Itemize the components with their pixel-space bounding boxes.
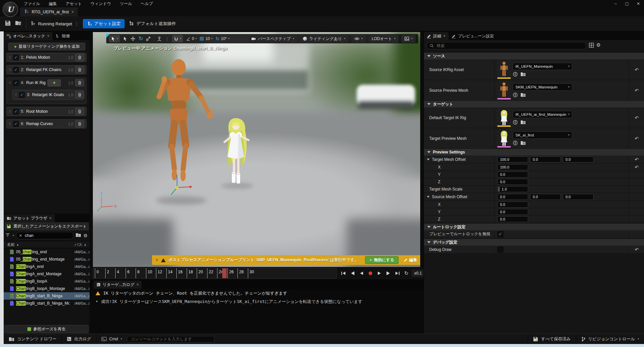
z-value-field[interactable]: 0.0 bbox=[497, 179, 528, 185]
target-mesh-dropdown[interactable]: SK_ai_first ▾ bbox=[513, 131, 572, 139]
offset-x-field[interactable]: 100.0 bbox=[497, 156, 528, 162]
rotate-tool-icon[interactable]: ↻ bbox=[139, 36, 143, 41]
column-name[interactable]: 名前 bbox=[4, 242, 15, 247]
slider-grip[interactable] bbox=[498, 187, 500, 192]
angle-snap-control[interactable]: 0▾ bbox=[186, 36, 197, 41]
play-reference-pose-button[interactable]: 参照ポーズを再生 bbox=[4, 325, 89, 333]
tab-details[interactable]: 詳細 × bbox=[424, 32, 449, 40]
reset-property-button[interactable]: ↶ bbox=[629, 163, 644, 170]
asset-row[interactable]: 05_chanting_end /All/Ga...nim/05_ bbox=[4, 248, 90, 256]
browse-asset-icon[interactable] bbox=[520, 72, 526, 76]
transform-gizmo[interactable] bbox=[167, 172, 194, 199]
y-value-field[interactable]: 0.0 bbox=[497, 171, 528, 178]
op-row-retarget-ik-goals[interactable]: ⠿ ✓ 3: Retarget IK Goals 1.0 bbox=[12, 90, 84, 100]
asset-browser-tab-close-icon[interactable]: × bbox=[49, 216, 52, 221]
default-chain-ops-button[interactable]: デフォルト追加操作 bbox=[129, 21, 176, 27]
select-tool-icon[interactable] bbox=[123, 36, 127, 41]
drag-handle-icon[interactable]: ⠿ bbox=[9, 56, 11, 59]
op-weight[interactable]: 1.0 bbox=[68, 109, 73, 114]
disable-postprocess-button[interactable]: ✕ 無効にする bbox=[365, 256, 398, 264]
op-checkbox[interactable]: ✓ bbox=[13, 121, 19, 127]
ignore-root-lock-checkbox[interactable]: ✓ bbox=[497, 231, 503, 237]
save-status-button[interactable]: すべて保存済み bbox=[528, 334, 576, 344]
asset-thumbnail-girl[interactable] bbox=[497, 129, 511, 147]
revision-control-button[interactable]: リビジョンコントロール ▾ bbox=[576, 334, 644, 344]
asset-folder-icon[interactable] bbox=[75, 233, 81, 239]
dismiss-warning-icon[interactable]: ✕ bbox=[155, 258, 158, 262]
menu-asset[interactable]: アセット bbox=[61, 0, 86, 7]
op-checkbox[interactable]: ✓ bbox=[19, 92, 25, 98]
reset-property-button[interactable]: ↶ bbox=[629, 80, 644, 100]
op-checkbox[interactable]: ✓ bbox=[13, 80, 19, 86]
running-retarget-menu-icon[interactable]: ⋮ bbox=[74, 21, 79, 26]
browse-asset-icon[interactable] bbox=[520, 120, 526, 124]
record-button[interactable] bbox=[366, 270, 374, 277]
offset-y-field[interactable]: 0.0 bbox=[530, 156, 561, 162]
details-gear-icon[interactable]: ⚙ bbox=[596, 42, 601, 48]
edit-postprocess-button[interactable]: 編集 bbox=[401, 257, 420, 263]
viewport-scene[interactable]: Z X ▾ ↻ ⋮ ▾ bbox=[93, 32, 420, 267]
world-space-icon[interactable] bbox=[157, 36, 162, 41]
log-tab-close-icon[interactable]: × bbox=[136, 282, 139, 287]
reset-property-button[interactable]: ↶ bbox=[629, 59, 644, 80]
x-value-field[interactable]: 0.0 bbox=[497, 202, 528, 208]
offset-z-field[interactable]: 0.0 bbox=[563, 194, 594, 200]
asset-row-selected[interactable]: ChantingB_start_B_Ninga /All/Ga...i/anim… bbox=[4, 292, 90, 300]
asset-thumbnail-girl[interactable] bbox=[497, 109, 511, 127]
section-source[interactable]: ソース bbox=[424, 53, 644, 59]
browse-asset-icon[interactable] bbox=[520, 140, 526, 145]
tab-preview-scene-settings[interactable]: プレビュ...ーン設定 bbox=[449, 32, 497, 40]
reset-property-button[interactable]: ↶ bbox=[629, 128, 644, 148]
loop-button[interactable]: ↻ bbox=[402, 270, 410, 277]
section-target[interactable]: ターゲット bbox=[424, 101, 644, 107]
export-animations-button[interactable]: 選択したアニメーションをエクスポート bbox=[5, 223, 89, 230]
menu-help[interactable]: ヘルプ bbox=[136, 0, 157, 7]
op-row-pelvis-motion[interactable]: ⠿ ✓ 1: Pelvis Motion 1.0 bbox=[6, 53, 87, 62]
op-weight[interactable]: 1.0 bbox=[68, 81, 73, 85]
op-row-retarget-fk-chains[interactable]: ⠿ ✓ 2: Retarget FK Chains 1.0 bbox=[6, 65, 87, 74]
console-command-input-wrap[interactable] bbox=[127, 336, 214, 342]
x-value-field[interactable]: 100.0 bbox=[497, 164, 528, 170]
browse-asset-icon[interactable] bbox=[520, 92, 526, 97]
menu-file[interactable]: ファイル bbox=[19, 0, 44, 7]
menu-edit[interactable]: 編集 bbox=[44, 0, 61, 7]
op-row-root-motion[interactable]: ⠿ ✓ 5: Root Motion 1.0 bbox=[6, 107, 87, 116]
section-root-lock[interactable]: ルートロック設定 bbox=[424, 224, 644, 230]
delete-op-button[interactable] bbox=[75, 108, 84, 115]
surface-snap-dropdown[interactable]: ▾ bbox=[172, 35, 183, 42]
tab-hierarchy[interactable]: 階層 bbox=[52, 32, 73, 40]
play-reverse-button[interactable] bbox=[357, 270, 365, 277]
column-path[interactable]: パス bbox=[74, 242, 83, 247]
details-search-box[interactable] bbox=[427, 42, 586, 49]
grid-snap-control[interactable]: 10▾ bbox=[200, 36, 212, 41]
transform-mode-dropdown[interactable]: ▾ bbox=[109, 35, 120, 42]
op-checkbox[interactable]: ✓ bbox=[13, 67, 19, 73]
tab-op-stack[interactable]: オペレ...スタック × bbox=[4, 32, 52, 40]
add-ik-op-button[interactable]: + bbox=[47, 79, 61, 86]
timeline-scrubber[interactable] bbox=[222, 268, 227, 278]
source-mesh-dropdown[interactable]: SKM_UEFN_Mannequin ▾ bbox=[513, 83, 572, 91]
menu-tools[interactable]: ツール bbox=[116, 0, 137, 7]
asset-settings-button[interactable]: アセット設定 bbox=[83, 19, 125, 28]
offset-x-field[interactable]: 0.0 bbox=[497, 194, 528, 200]
scale-field[interactable]: 1.0 bbox=[497, 186, 528, 192]
timeline-ruler[interactable]: 0 2 4 6 8 10 12 14 16 18 20 22 24 26 28 … bbox=[93, 268, 337, 279]
use-selected-icon[interactable] bbox=[513, 92, 518, 97]
delete-op-button[interactable] bbox=[75, 91, 84, 98]
reset-property-button[interactable]: ↶ bbox=[629, 107, 644, 128]
delete-op-button[interactable] bbox=[75, 54, 84, 61]
asset-list-header[interactable]: 名前 ▲ パス ▲ bbox=[4, 241, 90, 248]
section-collapse-icon[interactable] bbox=[427, 226, 431, 228]
target-ikrig-dropdown[interactable]: IK_UEFN_ai_first_Mannequin ▾ bbox=[513, 111, 572, 118]
show-flags-dropdown[interactable]: ▾ bbox=[351, 35, 366, 43]
filter-icon[interactable] bbox=[6, 233, 11, 239]
scale-tool-icon[interactable] bbox=[146, 36, 151, 41]
reset-property-button[interactable]: ↶ bbox=[629, 246, 644, 253]
details-tab-close-icon[interactable]: × bbox=[443, 34, 446, 38]
expand-icon[interactable] bbox=[427, 158, 430, 160]
window-close-button[interactable]: ✕ bbox=[633, 0, 644, 7]
drag-handle-icon[interactable]: ⠿ bbox=[9, 110, 11, 113]
perspective-dropdown[interactable]: パースペクティブ▾ bbox=[248, 35, 297, 43]
cmd-dropdown[interactable]: Cmd ▾ bbox=[97, 334, 127, 344]
z-value-field[interactable]: 0.0 bbox=[497, 216, 528, 222]
